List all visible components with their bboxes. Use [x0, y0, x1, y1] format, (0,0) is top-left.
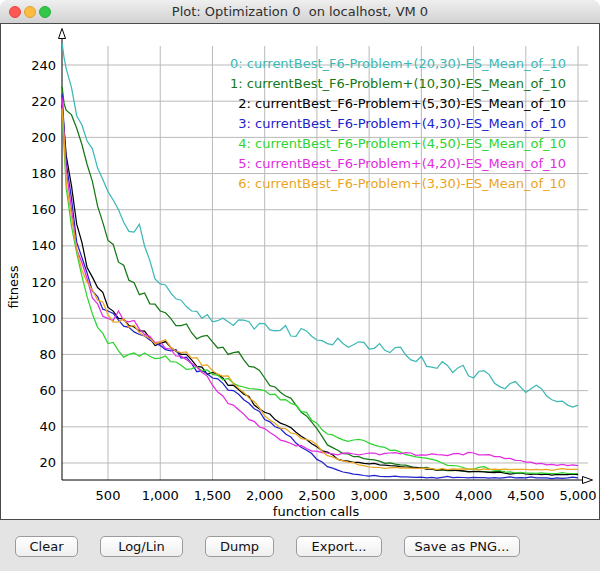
y-tick-label: 240 [31, 58, 56, 73]
export-button[interactable]: Export... [296, 536, 382, 557]
plot-panel: 204060801001201401601802002202405001,000… [0, 23, 600, 521]
y-tick-label: 160 [31, 202, 56, 217]
x-tick-label: 500 [96, 488, 121, 503]
legend-entry: 1: currentBest_F6-Problem+(10,30)-ES_Mea… [230, 76, 566, 91]
x-tick-label: 3,000 [351, 488, 388, 503]
legend-entry: 2: currentBest_F6-Problem+(5,30)-ES_Mean… [238, 96, 566, 111]
y-axis-title: fitness [6, 257, 22, 317]
plot-window: Plot: Optimization 0 on localhost, VM 0 … [0, 0, 600, 571]
x-tick-label: 4,500 [507, 488, 544, 503]
y-tick-label: 100 [31, 311, 56, 326]
y-tick-label: 140 [31, 238, 56, 253]
window-title: Plot: Optimization 0 on localhost, VM 0 [0, 0, 600, 23]
legend-entry: 3: currentBest_F6-Problem+(4,30)-ES_Mean… [238, 116, 566, 131]
y-tick-label: 220 [31, 94, 56, 109]
chart-canvas: 204060801001201401601802002202405001,000… [0, 23, 600, 521]
clear-button[interactable]: Clear [15, 536, 78, 557]
legend-entry: 6: currentBest_F6-Problem+(3,30)-ES_Mean… [238, 176, 566, 191]
x-axis-title: function calls [56, 504, 576, 519]
x-tick-label: 3,500 [403, 488, 440, 503]
x-tick-label: 1,000 [142, 488, 179, 503]
close-button[interactable] [9, 6, 21, 18]
button-bar: Clear Log/Lin Dump Export... Save as PNG… [0, 521, 600, 571]
y-tick-label: 20 [39, 455, 56, 470]
y-tick-label: 180 [31, 166, 56, 181]
y-tick-label: 40 [39, 419, 56, 434]
y-tick-label: 200 [31, 130, 56, 145]
save-as-png-button[interactable]: Save as PNG... [404, 536, 520, 557]
x-tick-label: 4,000 [455, 488, 492, 503]
x-tick-label: 2,000 [246, 488, 283, 503]
legend-entry: 5: currentBest_F6-Problem+(4,20)-ES_Mean… [238, 156, 566, 171]
y-tick-label: 80 [39, 347, 56, 362]
maximize-button[interactable] [39, 6, 51, 18]
y-tick-label: 60 [39, 383, 56, 398]
window-titlebar: Plot: Optimization 0 on localhost, VM 0 [0, 0, 600, 24]
x-tick-label: 2,500 [298, 488, 335, 503]
minimize-button[interactable] [24, 6, 36, 18]
x-tick-label: 5,000 [559, 488, 596, 503]
log-lin-button[interactable]: Log/Lin [100, 536, 183, 557]
y-tick-label: 120 [31, 275, 56, 290]
legend-entry: 0: currentBest_F6-Problem+(20,30)-ES_Mea… [230, 56, 566, 71]
x-tick-label: 1,500 [194, 488, 231, 503]
dump-button[interactable]: Dump [205, 536, 274, 557]
legend-entry: 4: currentBest_F6-Problem+(4,50)-ES_Mean… [238, 136, 566, 151]
